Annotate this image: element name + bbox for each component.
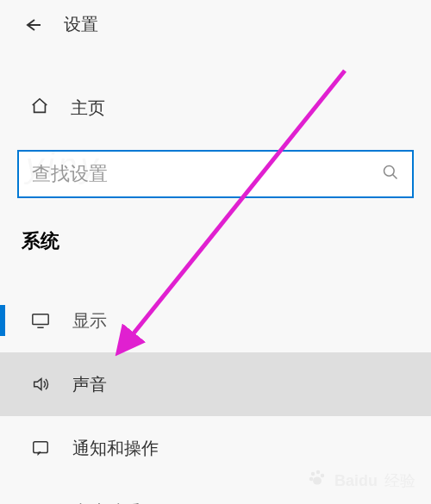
svg-rect-2 bbox=[34, 442, 48, 453]
watermark-brand: Baidu bbox=[334, 472, 378, 490]
nav-label-sound: 声音 bbox=[72, 373, 107, 396]
nav-item-display[interactable]: 显示 bbox=[0, 289, 431, 352]
back-icon[interactable] bbox=[22, 15, 42, 35]
search-input[interactable]: 查找设置 bbox=[17, 150, 414, 198]
svg-point-8 bbox=[313, 477, 322, 485]
nav-label-notifications: 通知和操作 bbox=[72, 437, 159, 460]
nav-item-sound[interactable]: 声音 bbox=[0, 352, 431, 416]
home-icon bbox=[30, 96, 49, 120]
sound-icon bbox=[30, 375, 51, 394]
search-icon bbox=[382, 164, 399, 184]
section-title: 系统 bbox=[0, 198, 431, 263]
search-placeholder: 查找设置 bbox=[32, 161, 382, 187]
svg-point-0 bbox=[384, 166, 395, 177]
home-label: 主页 bbox=[71, 96, 105, 120]
svg-point-6 bbox=[321, 474, 324, 477]
svg-rect-1 bbox=[33, 314, 48, 325]
home-item[interactable]: 主页 bbox=[0, 84, 431, 133]
nav-label-focus: 专注助手 bbox=[72, 501, 141, 505]
watermark: Baidu 经验 bbox=[307, 468, 415, 494]
svg-point-4 bbox=[311, 472, 315, 476]
page-title: 设置 bbox=[64, 13, 98, 36]
watermark-sub: 经验 bbox=[384, 470, 415, 491]
notifications-icon bbox=[30, 439, 51, 457]
display-icon bbox=[30, 311, 51, 330]
svg-point-5 bbox=[316, 470, 320, 474]
paw-icon bbox=[307, 468, 328, 494]
svg-point-7 bbox=[309, 477, 313, 481]
nav-label-display: 显示 bbox=[72, 309, 107, 333]
header: 设置 bbox=[0, 0, 431, 49]
